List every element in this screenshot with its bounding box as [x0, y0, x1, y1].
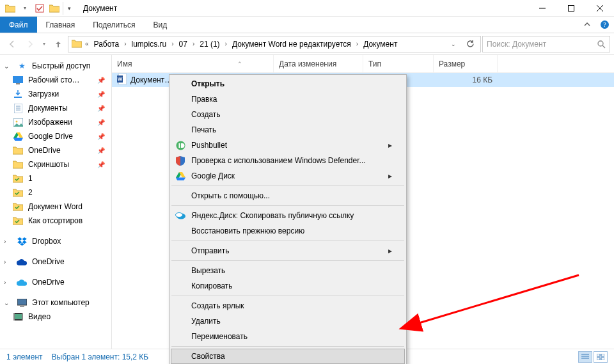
- menu-yandex-disk[interactable]: Яндекс.Диск: Скопировать публичную ссылк…: [171, 208, 405, 223]
- back-button[interactable]: [4, 36, 20, 52]
- search-input[interactable]: Поиск: Документ: [482, 36, 610, 52]
- chevron-right-icon[interactable]: ›: [191, 40, 196, 47]
- svg-point-30: [176, 213, 183, 218]
- sidebar-item-folder[interactable]: Документ Word: [0, 200, 111, 214]
- sidebar-dropbox[interactable]: ›Dropbox: [0, 234, 111, 248]
- tab-view[interactable]: Вид: [144, 17, 176, 33]
- menu-cut[interactable]: Вырезать: [171, 263, 405, 278]
- menu-defender[interactable]: Проверка с использованием Windows Defend…: [171, 153, 405, 168]
- sidebar-item-label: OneDrive: [32, 257, 65, 266]
- pushbullet-icon: [175, 139, 186, 151]
- video-icon: [13, 312, 23, 322]
- sidebar-item-downloads[interactable]: Загрузки📌: [0, 87, 111, 101]
- history-dropdown[interactable]: ▾: [40, 36, 49, 52]
- menu-send-to[interactable]: Отправить▸: [171, 243, 405, 258]
- menu-restore[interactable]: Восстановить прежнюю версию: [171, 223, 405, 239]
- chevron-right-icon[interactable]: ›: [355, 40, 359, 47]
- sidebar-item-onedrive-folder[interactable]: OneDrive📌: [0, 143, 111, 157]
- sidebar-item-folder[interactable]: 2: [0, 186, 111, 200]
- col-date[interactable]: Дата изменения: [274, 55, 363, 72]
- menu-gdrive[interactable]: Google Диск▸: [171, 168, 405, 184]
- view-thumbnails-button[interactable]: [594, 351, 608, 363]
- sidebar-item-videos[interactable]: Видео: [0, 310, 111, 324]
- pin-icon: 📌: [97, 147, 105, 154]
- sidebar-item-desktop[interactable]: Рабочий сто…📌: [0, 73, 111, 87]
- breadcrumb[interactable]: 21 (1): [197, 36, 222, 52]
- chevron-right-icon[interactable]: ›: [224, 40, 228, 47]
- menu-print[interactable]: Печать: [171, 122, 405, 138]
- onedrive-icon: [17, 257, 27, 267]
- close-button[interactable]: [585, 0, 614, 17]
- folder-check-icon: [13, 187, 23, 198]
- qat-overflow-icon[interactable]: ▾: [63, 2, 75, 15]
- menu-pushbullet[interactable]: Pushbullet▸: [171, 138, 405, 153]
- menu-open[interactable]: Открыть: [171, 76, 405, 91]
- properties-icon[interactable]: [33, 2, 46, 15]
- sidebar-item-pictures[interactable]: Изображени📌: [0, 115, 111, 129]
- svg-rect-38: [601, 358, 604, 360]
- maximize-button[interactable]: [556, 0, 585, 17]
- sidebar-quick-access[interactable]: ⌄ ★ Быстрый доступ: [0, 59, 111, 73]
- refresh-icon[interactable]: [462, 36, 478, 52]
- svg-text:W: W: [118, 76, 123, 82]
- menu-rename[interactable]: Переименовать: [171, 329, 405, 344]
- pin-icon: 📌: [97, 133, 105, 140]
- breadcrumb[interactable]: Документ: [361, 36, 400, 52]
- menu-copy[interactable]: Копировать: [171, 278, 405, 294]
- menu-separator: [171, 186, 404, 186]
- col-name[interactable]: Имя⌃: [112, 55, 274, 72]
- ribbon-tabs: Файл Главная Поделиться Вид ?: [0, 17, 614, 33]
- sidebar-item-gdrive[interactable]: Google Drive📌: [0, 129, 111, 143]
- breadcrumb[interactable]: Работа: [91, 36, 122, 52]
- sidebar-item-folder[interactable]: 1: [0, 171, 111, 186]
- menu-open-with[interactable]: Открыть с помощью...: [171, 188, 405, 203]
- chevron-right-icon[interactable]: ›: [123, 40, 127, 47]
- onedrive-icon: [17, 277, 27, 287]
- svg-point-7: [598, 41, 603, 46]
- title-bar: ▾ ▾ Документ: [0, 0, 614, 17]
- pin-icon: 📌: [97, 77, 105, 84]
- address-dropdown-icon[interactable]: ⌄: [446, 36, 461, 52]
- menu-properties[interactable]: Свойства: [171, 349, 405, 364]
- sidebar-onedrive[interactable]: ›OneDrive: [0, 255, 111, 269]
- svg-rect-21: [15, 314, 22, 319]
- breadcrumb[interactable]: lumpics.ru: [129, 36, 169, 52]
- window-title: Документ: [83, 4, 117, 13]
- view-details-button[interactable]: [578, 351, 592, 363]
- sidebar-item-documents[interactable]: Документы📌: [0, 101, 111, 115]
- col-size[interactable]: Размер: [434, 55, 498, 72]
- yadisk-icon: [175, 210, 186, 221]
- folder-check-icon: [13, 173, 23, 184]
- ribbon-collapse-icon[interactable]: [579, 17, 595, 33]
- breadcrumb[interactable]: 07: [177, 36, 190, 52]
- address-bar[interactable]: « Работа› lumpics.ru› 07› 21 (1)› Докуме…: [68, 36, 481, 52]
- sidebar-this-pc[interactable]: ⌄Этот компьютер: [0, 296, 111, 310]
- sidebar-item-screenshots[interactable]: Скриншоты📌: [0, 157, 111, 171]
- chevron-right-icon[interactable]: ›: [170, 40, 175, 47]
- menu-create[interactable]: Создать: [171, 107, 405, 122]
- folder-small-icon[interactable]: [48, 2, 61, 15]
- menu-shortcut[interactable]: Создать ярлык: [171, 298, 405, 313]
- col-type[interactable]: Тип: [363, 55, 434, 72]
- minimize-button[interactable]: [528, 0, 556, 17]
- pin-icon: 📌: [97, 105, 105, 112]
- word-doc-icon: W: [117, 74, 127, 86]
- menu-edit[interactable]: Правка: [171, 91, 405, 107]
- menu-separator: [171, 205, 404, 206]
- forward-button[interactable]: [22, 36, 38, 52]
- sidebar-item-label: Этот компьютер: [32, 298, 90, 307]
- sidebar-item-folder[interactable]: Как отсортиров: [0, 214, 111, 228]
- chevron-right-icon: «: [84, 40, 90, 47]
- breadcrumb[interactable]: Документ Word не редактируется: [230, 36, 354, 52]
- up-button[interactable]: [50, 36, 67, 52]
- tab-home[interactable]: Главная: [37, 17, 84, 33]
- tab-share[interactable]: Поделиться: [84, 17, 144, 33]
- svg-rect-19: [20, 305, 24, 307]
- help-icon[interactable]: ?: [595, 17, 614, 33]
- sidebar-onedrive[interactable]: ›OneDrive: [0, 275, 111, 289]
- tab-file[interactable]: Файл: [0, 17, 37, 33]
- menu-label: Отправить: [191, 246, 230, 255]
- menu-delete[interactable]: Удалить: [171, 313, 405, 329]
- qat-dropdown-icon[interactable]: ▾: [19, 2, 31, 15]
- sidebar-item-label: 1: [28, 174, 33, 183]
